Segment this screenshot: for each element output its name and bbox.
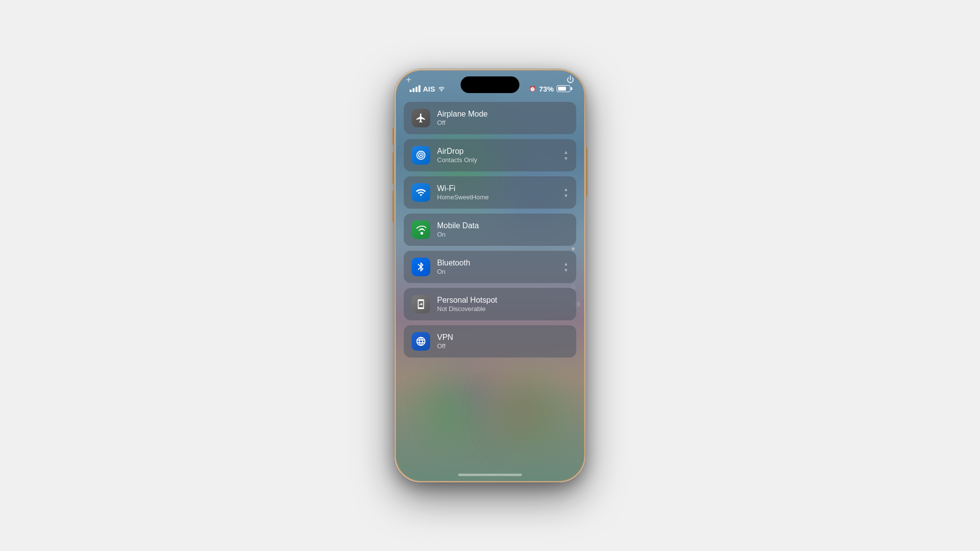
- signal-bar-2: [413, 88, 415, 92]
- phone-screen: + ⏻ AIS ⏰ 73%: [396, 71, 584, 481]
- status-right: ⏰ 73%: [529, 85, 570, 93]
- hotspot-text: Personal Hotspot Not Discoverable: [437, 295, 568, 312]
- vpn-row[interactable]: VPN Off: [404, 325, 576, 358]
- airplane-mode-row[interactable]: Airplane Mode Off: [404, 102, 576, 134]
- vpn-icon-bg: [412, 332, 430, 351]
- airdrop-chevron: ▲ ▼: [564, 149, 568, 161]
- airplane-mode-title: Airplane Mode: [437, 109, 568, 119]
- phone-frame: + ⏻ AIS ⏰ 73%: [394, 69, 586, 482]
- wifi-text: Wi-Fi HomeSweetHome: [437, 184, 557, 201]
- mobile-data-title: Mobile Data: [437, 221, 568, 230]
- signal-bar-4: [418, 85, 420, 92]
- mobile-data-row[interactable]: Mobile Data On: [404, 214, 576, 246]
- bluetooth-row[interactable]: Bluetooth On ▲ ▼: [404, 251, 576, 283]
- hotspot-title: Personal Hotspot: [437, 295, 568, 305]
- personal-hotspot-row[interactable]: Personal Hotspot Not Discoverable: [404, 288, 576, 320]
- signal-strength: [410, 85, 420, 92]
- airplane-mode-icon-bg: [412, 109, 430, 127]
- hotspot-subtitle: Not Discoverable: [437, 305, 568, 312]
- airplane-icon: [416, 113, 426, 123]
- home-indicator[interactable]: [458, 474, 522, 476]
- mute-button[interactable]: [392, 128, 394, 145]
- wifi-subtitle: HomeSweetHome: [437, 193, 557, 201]
- bluetooth-chevron: ▲ ▼: [564, 261, 568, 273]
- hotspot-icon: [416, 299, 426, 310]
- battery-indicator: [557, 85, 570, 92]
- volume-up-button[interactable]: [392, 152, 394, 184]
- bluetooth-subtitle: On: [437, 268, 557, 275]
- mobile-data-icon: [416, 224, 426, 235]
- airplane-mode-text: Airplane Mode Off: [437, 109, 568, 126]
- bluetooth-icon-bg: [412, 258, 430, 276]
- wifi-status-icon: [438, 85, 445, 93]
- mobile-data-subtitle: On: [437, 231, 568, 238]
- settings-list: Airplane Mode Off AirDrop Contacts Only: [404, 102, 576, 358]
- volume-down-button[interactable]: [392, 191, 394, 222]
- bluetooth-icon: [416, 262, 426, 272]
- carrier-label: AIS: [423, 85, 435, 93]
- wifi-chevron: ▲ ▼: [564, 187, 568, 198]
- status-left: AIS: [410, 85, 445, 93]
- bluetooth-text: Bluetooth On: [437, 258, 557, 275]
- battery-percent: 73%: [539, 85, 554, 93]
- bluetooth-title: Bluetooth: [437, 258, 557, 267]
- airdrop-icon-bg: [412, 146, 430, 165]
- airdrop-text: AirDrop Contacts Only: [437, 146, 557, 164]
- airdrop-icon: [416, 150, 426, 161]
- wifi-icon: [416, 187, 426, 198]
- wifi-row[interactable]: Wi-Fi HomeSweetHome ▲ ▼: [404, 176, 576, 209]
- airdrop-subtitle: Contacts Only: [437, 156, 557, 164]
- airplane-mode-subtitle: Off: [437, 119, 568, 126]
- vpn-title: VPN: [437, 333, 568, 342]
- airdrop-title: AirDrop: [437, 146, 557, 156]
- signal-bar-3: [416, 87, 417, 92]
- globe-icon: [416, 336, 426, 347]
- wifi-icon-bg: [412, 183, 430, 202]
- main-content: Airplane Mode Off AirDrop Contacts Only: [396, 97, 584, 464]
- battery-fill: [558, 87, 566, 91]
- vpn-text: VPN Off: [437, 333, 568, 350]
- hotspot-icon-bg: [412, 295, 430, 313]
- signal-bar-1: [410, 90, 412, 92]
- dynamic-island: [461, 76, 519, 93]
- airdrop-row[interactable]: AirDrop Contacts Only ▲ ▼: [404, 139, 576, 171]
- wifi-title: Wi-Fi: [437, 184, 557, 193]
- mobile-data-text: Mobile Data On: [437, 221, 568, 238]
- mobile-data-icon-bg: [412, 220, 430, 239]
- vpn-subtitle: Off: [437, 342, 568, 350]
- alarm-icon: ⏰: [529, 86, 536, 92]
- power-button[interactable]: [586, 147, 588, 196]
